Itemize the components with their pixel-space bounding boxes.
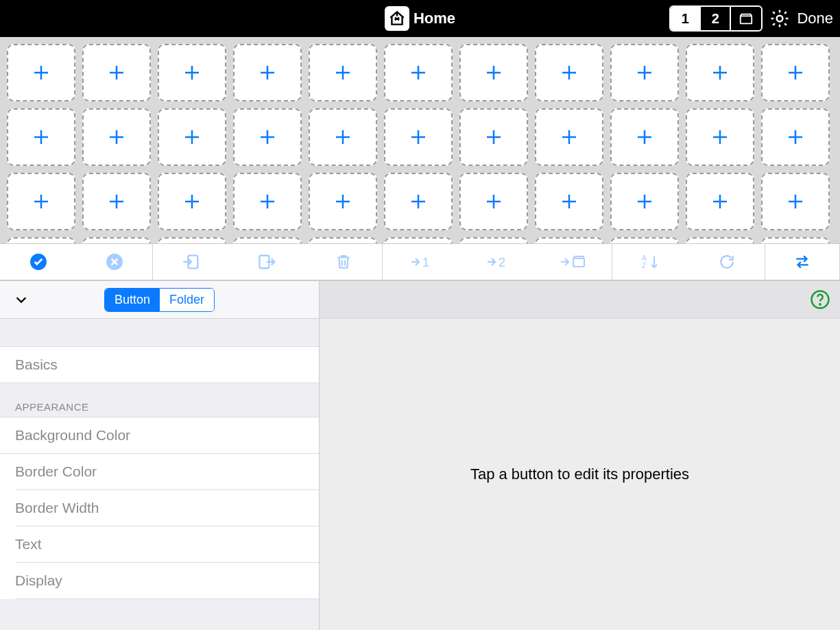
empty-slot[interactable] [535, 173, 603, 230]
help-button[interactable] [810, 289, 830, 310]
export-button[interactable] [229, 244, 305, 280]
header-right: 1 2 Done [669, 0, 833, 37]
swap-button[interactable] [765, 244, 839, 280]
segment-button[interactable]: Button [105, 289, 160, 311]
toolbar-group [765, 244, 840, 280]
empty-slot[interactable] [686, 108, 754, 166]
empty-slot[interactable] [233, 237, 302, 243]
empty-slot[interactable] [158, 237, 226, 243]
page-2-button[interactable]: 2 [701, 7, 731, 30]
empty-slot[interactable] [686, 44, 754, 101]
toolbar-row: 12AZ [0, 243, 840, 280]
empty-slot[interactable] [384, 108, 453, 166]
toolbar-group: 12 [383, 244, 612, 280]
empty-slot[interactable] [82, 237, 151, 243]
empty-slot[interactable] [82, 44, 151, 101]
empty-slot[interactable] [610, 237, 679, 243]
svg-point-12 [819, 304, 821, 305]
done-button[interactable]: Done [797, 10, 833, 27]
collapse-button[interactable] [14, 292, 29, 307]
empty-slot[interactable] [233, 44, 302, 101]
empty-slot[interactable] [309, 108, 377, 166]
toolbar-group [153, 244, 383, 280]
empty-slot[interactable] [7, 173, 75, 230]
select-all-button[interactable] [0, 244, 76, 280]
deselect-all-button[interactable] [76, 244, 152, 280]
empty-slot[interactable] [7, 237, 75, 243]
empty-slot[interactable] [158, 173, 226, 230]
sidebar-item-display[interactable]: Display [15, 563, 319, 599]
empty-slot[interactable] [384, 173, 453, 230]
empty-slot[interactable] [686, 237, 754, 243]
empty-slot[interactable] [761, 173, 830, 230]
page-switch: 1 2 [669, 5, 763, 32]
empty-slot[interactable] [459, 44, 528, 101]
empty-slot[interactable] [384, 237, 453, 243]
detail-placeholder: Tap a button to edit its properties [470, 465, 689, 483]
svg-rect-8 [573, 258, 584, 267]
segment-control: ButtonFolder [104, 288, 215, 312]
page-title: Home [413, 10, 455, 27]
empty-slot[interactable] [610, 173, 679, 230]
empty-slot[interactable] [761, 237, 830, 243]
sidebar-item-basics[interactable]: Basics [0, 346, 319, 383]
page-1-button[interactable]: 1 [671, 7, 701, 30]
empty-slot[interactable] [686, 173, 754, 230]
empty-slot[interactable] [7, 44, 75, 101]
empty-slot[interactable] [158, 108, 226, 166]
empty-slot[interactable] [459, 237, 528, 243]
sidebar-item-border-width[interactable]: Border Width [15, 490, 319, 526]
empty-slot[interactable] [459, 173, 528, 230]
empty-slot[interactable] [309, 237, 377, 243]
empty-slot[interactable] [233, 108, 302, 166]
sidebar-section-appearance: APPEARANCE [0, 383, 319, 417]
sidebar: ButtonFolder Basics APPEARANCE Backgroun… [0, 281, 320, 630]
slot-grid [0, 37, 840, 243]
sort-button[interactable]: AZ [612, 244, 688, 280]
empty-slot[interactable] [459, 108, 528, 166]
move-to-folder-button[interactable] [536, 244, 612, 280]
toolbar-group [0, 244, 153, 280]
svg-text:2: 2 [499, 256, 505, 269]
empty-slot[interactable] [761, 108, 830, 166]
import-button[interactable] [153, 244, 229, 280]
delete-button[interactable] [306, 244, 382, 280]
svg-point-1 [777, 16, 783, 22]
empty-slot[interactable] [535, 108, 603, 166]
svg-rect-0 [741, 16, 752, 23]
sidebar-item-background-color[interactable]: Background Color [0, 417, 319, 454]
move-to-1-button[interactable]: 1 [383, 244, 459, 280]
sidebar-item-text[interactable]: Text [15, 526, 319, 563]
empty-slot[interactable] [82, 108, 151, 166]
empty-slot[interactable] [158, 44, 226, 101]
svg-text:Z: Z [642, 262, 646, 269]
toolbar-group: AZ [612, 244, 765, 280]
empty-slot[interactable] [610, 108, 679, 166]
empty-slot[interactable] [761, 44, 830, 101]
refresh-button[interactable] [688, 244, 765, 280]
empty-slot[interactable] [7, 108, 75, 166]
lower-area: ButtonFolder Basics APPEARANCE Backgroun… [0, 280, 840, 630]
move-to-2-button[interactable]: 2 [459, 244, 535, 280]
empty-slot[interactable] [535, 44, 603, 101]
empty-slot[interactable] [309, 173, 377, 230]
detail-header [320, 281, 840, 319]
home-icon[interactable] [385, 6, 409, 31]
empty-slot[interactable] [233, 173, 302, 230]
settings-button[interactable] [769, 8, 790, 29]
segment-folder[interactable]: Folder [160, 289, 214, 311]
empty-slot[interactable] [309, 44, 377, 101]
sidebar-top: ButtonFolder [0, 281, 319, 319]
svg-text:A: A [642, 254, 647, 262]
page-folder-button[interactable] [731, 7, 761, 30]
top-header: Home 1 2 Done [0, 0, 840, 37]
home-area: Home [385, 6, 455, 31]
sidebar-item-border-color[interactable]: Border Color [15, 454, 319, 490]
empty-slot[interactable] [384, 44, 453, 101]
detail-pane: Tap a button to edit its properties [320, 281, 840, 630]
empty-slot[interactable] [535, 237, 603, 243]
empty-slot[interactable] [610, 44, 679, 101]
svg-text:1: 1 [422, 256, 429, 269]
empty-slot[interactable] [82, 173, 151, 230]
